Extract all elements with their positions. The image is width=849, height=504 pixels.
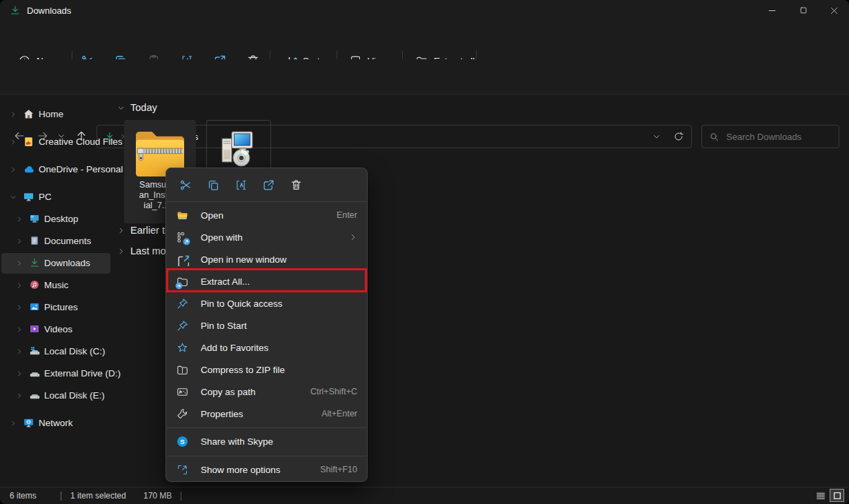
shortcut-enter: Enter [337,210,357,220]
sidebar-item-desktop[interactable]: Desktop [1,209,110,230]
navigation-pane: Home Creative Cloud Files OneDrive - Per… [0,94,112,487]
sidebar-item-local-disk-e[interactable]: Local Disk (E:) [1,385,110,406]
shortcut-ctrl-shift-c: Ctrl+Shift+C [310,387,357,396]
menu-copy-button[interactable] [201,173,226,196]
chevron-right-icon [117,227,125,234]
sidebar-item-local-disk-c[interactable]: Local Disk (C:) [1,341,110,362]
menu-cut-button[interactable] [173,173,198,196]
desktop-icon [29,213,40,224]
close-button[interactable] [819,0,849,21]
open-folder-icon [176,209,189,222]
menu-item-pin-start[interactable]: Pin to Start [170,314,363,336]
home-icon [23,108,34,120]
downloads-folder-icon [10,5,21,16]
group-header-today[interactable]: Today [117,102,157,113]
chevron-down-icon [117,104,125,112]
menu-separator [167,201,367,202]
star-icon [176,341,189,354]
expand-icon [176,463,189,476]
pin-icon [176,319,189,332]
status-bar: 6 items 1 item selected 170 MB [0,487,849,504]
skype-icon: S [176,435,189,448]
maximize-icon [799,6,808,15]
local-disk-c-icon [29,345,41,357]
new-window-icon [176,253,189,266]
copy-icon [207,179,220,192]
file-explorer-window: Downloads New Sort View [0,0,849,504]
menu-item-extract-all[interactable]: Extract All... [170,270,363,292]
cut-icon [179,179,192,192]
svg-text:S: S [180,437,184,445]
open-with-icon [176,231,189,244]
installer-setup-icon [217,125,261,169]
menu-item-open-with[interactable]: Open with [170,226,363,248]
window-title: Downloads [27,6,71,16]
sidebar-item-videos[interactable]: Videos [1,319,110,340]
path-icon [176,385,189,399]
details-view-toggle[interactable] [814,490,828,502]
address-bar-row: PC Downloads [0,59,849,94]
sidebar-item-downloads[interactable]: Downloads [1,253,110,274]
close-icon [829,6,839,16]
pc-icon [23,191,34,203]
share-icon [262,179,275,192]
menu-item-open[interactable]: Open Enter [170,204,363,226]
large-icons-view-icon [832,491,842,501]
sidebar-item-onedrive[interactable]: OneDrive - Personal [1,159,110,180]
sidebar-item-creative-cloud-files[interactable]: Creative Cloud Files [1,132,110,152]
sidebar-item-network[interactable]: Network [1,413,110,434]
menu-item-properties[interactable]: Properties Alt+Enter [170,403,363,425]
local-disk-e-icon [29,390,41,401]
menu-item-show-more-options[interactable]: Show more options Shift+F10 [170,458,363,481]
shortcut-shift-f10: Shift+F10 [320,465,357,474]
pictures-icon [29,301,40,312]
menu-item-add-favorites[interactable]: Add to Favorites [170,336,363,359]
creative-cloud-icon [23,136,34,148]
selection-size: 170 MB [143,491,172,501]
menu-item-open-new-window[interactable]: Open in new window [170,248,363,270]
zip-folder-icon [176,363,189,376]
videos-icon [29,323,40,334]
wrench-icon [176,407,189,421]
group-header-last[interactable]: Last mor [117,245,169,256]
command-bar: New Sort View Extract all [0,21,849,59]
external-drive-d-icon [29,367,41,379]
context-menu: Open Enter Open with Open in new window [166,168,368,482]
submenu-chevron-icon [349,233,357,241]
documents-icon [29,235,40,246]
menu-separator [167,427,367,428]
trash-icon [290,179,303,192]
details-view-icon [815,490,826,501]
pin-icon [176,297,189,310]
menu-separator [167,456,367,456]
rename-icon [234,179,248,192]
menu-share-button[interactable] [256,173,281,196]
music-icon [29,279,40,290]
menu-delete-button[interactable] [283,173,308,196]
minimize-button[interactable] [756,0,788,21]
onedrive-cloud-icon [23,163,35,176]
extract-all-icon [176,275,189,288]
chevron-right-icon [117,248,125,255]
menu-item-compress-zip[interactable]: Compress to ZIP file [170,359,363,381]
menu-rename-button[interactable] [228,173,253,196]
status-separator [181,492,181,501]
shortcut-alt-enter: Alt+Enter [321,409,357,419]
selection-count: 1 item selected [70,491,126,501]
status-separator [61,492,61,501]
group-header-earlier[interactable]: Earlier th [117,225,170,236]
sidebar-item-pictures[interactable]: Pictures [1,297,110,318]
titlebar: Downloads [0,0,849,21]
large-icons-view-toggle[interactable] [830,489,844,502]
sidebar-item-music[interactable]: Music [1,275,110,296]
sidebar-item-home[interactable]: Home [1,104,110,125]
menu-item-copy-as-path[interactable]: Copy as path Ctrl+Shift+C [170,381,363,403]
network-icon [23,417,34,429]
sidebar-item-documents[interactable]: Documents [1,231,110,252]
sidebar-item-external-drive-d[interactable]: External Drive (D:) [1,363,110,384]
maximize-button[interactable] [788,0,819,21]
sidebar-item-pc[interactable]: PC [1,187,110,208]
menu-item-share-skype[interactable]: S Share with Skype [170,430,363,452]
downloads-icon [29,257,40,268]
menu-item-pin-quick-access[interactable]: Pin to Quick access [170,292,363,314]
